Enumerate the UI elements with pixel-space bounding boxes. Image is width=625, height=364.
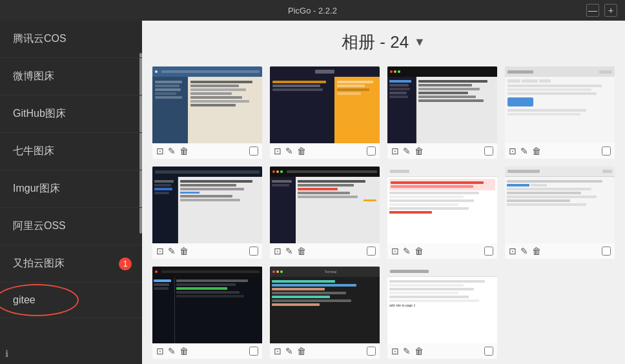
- copy-icon[interactable]: ⊡: [509, 146, 517, 156]
- image-actions: ⊡ ✎ 🗑: [387, 343, 497, 359]
- sidebar-item-tencent-cos[interactable]: 腾讯云COS: [0, 21, 142, 58]
- image-card: ⊡ ✎ 🗑: [270, 66, 380, 159]
- edit-icon[interactable]: ✎: [168, 246, 176, 256]
- image-card: ⊡ ✎ 🗑: [387, 66, 497, 159]
- copy-icon[interactable]: ⊡: [274, 146, 282, 156]
- image-actions: ⊡ ✎ 🗑: [505, 243, 615, 259]
- delete-icon[interactable]: 🗑: [532, 146, 541, 156]
- delete-icon[interactable]: 🗑: [297, 346, 306, 356]
- image-card: ⊡ ✎ 🗑: [152, 267, 262, 359]
- image-actions: ⊡ ✎ 🗑: [270, 143, 380, 159]
- select-checkbox[interactable]: [484, 247, 493, 256]
- gitee-highlight-circle: [0, 284, 79, 316]
- delete-icon[interactable]: 🗑: [297, 146, 306, 156]
- edit-icon[interactable]: ✎: [520, 246, 528, 256]
- image-actions: ⊡ ✎ 🗑: [152, 343, 262, 359]
- image-actions: ⊡ ✎ 🗑: [505, 143, 615, 159]
- select-checkbox[interactable]: [484, 347, 493, 356]
- sidebar-item-gitee[interactable]: gitee: [0, 283, 142, 318]
- image-thumbnail: [152, 267, 262, 343]
- image-thumbnail: [270, 167, 380, 243]
- image-thumbnail: [387, 66, 497, 143]
- copy-icon[interactable]: ⊡: [156, 346, 164, 356]
- image-actions: ⊡ ✎ 🗑: [152, 143, 262, 159]
- edit-icon[interactable]: ✎: [285, 146, 293, 156]
- copy-icon[interactable]: ⊡: [391, 146, 399, 156]
- image-actions: ⊡ ✎ 🗑: [152, 243, 262, 259]
- image-actions: ⊡ ✎ 🗑: [387, 143, 497, 159]
- image-card: add role to page 1 ⊡ ✎ 🗑: [387, 267, 497, 359]
- edit-icon[interactable]: ✎: [168, 146, 176, 156]
- window-controls: — +: [586, 4, 617, 17]
- delete-icon[interactable]: 🗑: [179, 146, 189, 156]
- select-checkbox[interactable]: [249, 147, 258, 156]
- delete-icon[interactable]: 🗑: [179, 346, 189, 356]
- edit-icon[interactable]: ✎: [403, 346, 411, 356]
- image-thumbnail: add role to page 1: [387, 267, 497, 343]
- delete-icon[interactable]: 🗑: [179, 246, 189, 256]
- image-thumbnail: [505, 167, 615, 243]
- minimize-button[interactable]: —: [586, 4, 599, 17]
- image-thumbnail: [270, 66, 380, 143]
- image-thumbnail: [152, 167, 262, 243]
- image-card: Terminal ⊡: [270, 267, 380, 359]
- select-checkbox[interactable]: [484, 147, 493, 156]
- image-thumbnail: Terminal: [270, 267, 380, 343]
- image-card: ⊡ ✎ 🗑: [505, 66, 615, 159]
- main-layout: 腾讯云COS 微博图床 GitHub图床 七牛图床 Imgur图床 阿里云OSS…: [0, 21, 625, 364]
- select-checkbox[interactable]: [249, 347, 258, 356]
- delete-icon[interactable]: 🗑: [415, 146, 424, 156]
- copy-icon[interactable]: ⊡: [509, 246, 517, 256]
- copy-icon[interactable]: ⊡: [156, 146, 164, 156]
- app-title: PicGo - 2.2.2: [288, 6, 337, 15]
- image-card: ⊡ ✎ 🗑: [270, 167, 380, 259]
- image-card: ⊡ ✎ 🗑: [152, 167, 262, 259]
- select-checkbox[interactable]: [602, 147, 611, 156]
- sidebar-item-imgur[interactable]: Imgur图床: [0, 170, 142, 208]
- copy-icon[interactable]: ⊡: [274, 246, 282, 256]
- delete-icon[interactable]: 🗑: [532, 246, 541, 256]
- image-actions: ⊡ ✎ 🗑: [387, 243, 497, 259]
- image-actions: ⊡ ✎ 🗑: [270, 243, 380, 259]
- album-title[interactable]: 相册 - 24 ▼: [142, 31, 625, 54]
- image-thumbnail: [152, 66, 262, 143]
- delete-icon[interactable]: 🗑: [415, 246, 424, 256]
- image-grid: ⊡ ✎ 🗑: [142, 61, 625, 364]
- delete-icon[interactable]: 🗑: [297, 246, 306, 256]
- edit-icon[interactable]: ✎: [520, 146, 528, 156]
- select-checkbox[interactable]: [249, 247, 258, 256]
- image-actions: ⊡ ✎ 🗑: [270, 343, 380, 359]
- notification-badge: 1: [119, 258, 132, 270]
- album-header: 相册 - 24 ▼: [142, 21, 625, 61]
- edit-icon[interactable]: ✎: [403, 246, 411, 256]
- image-card: ⊡ ✎ 🗑: [387, 167, 497, 259]
- maximize-button[interactable]: +: [604, 4, 617, 17]
- delete-icon[interactable]: 🗑: [415, 346, 424, 356]
- copy-icon[interactable]: ⊡: [391, 346, 399, 356]
- copy-icon[interactable]: ⊡: [391, 246, 399, 256]
- edit-icon[interactable]: ✎: [285, 346, 293, 356]
- info-icon[interactable]: ℹ: [5, 349, 8, 359]
- image-card: ⊡ ✎ 🗑: [505, 167, 615, 259]
- image-thumbnail: [387, 167, 497, 243]
- image-card: ⊡ ✎ 🗑: [152, 66, 262, 159]
- sidebar-item-weibo[interactable]: 微博图床: [0, 58, 142, 96]
- select-checkbox[interactable]: [367, 247, 376, 256]
- edit-icon[interactable]: ✎: [285, 246, 293, 256]
- album-dropdown-arrow[interactable]: ▼: [414, 35, 425, 49]
- sidebar-item-github[interactable]: GitHub图床: [0, 96, 142, 133]
- sidebar-item-aliyun-oss[interactable]: 阿里云OSS: [0, 208, 142, 245]
- edit-icon[interactable]: ✎: [403, 146, 411, 156]
- edit-icon[interactable]: ✎: [168, 346, 176, 356]
- select-checkbox[interactable]: [367, 147, 376, 156]
- select-checkbox[interactable]: [367, 347, 376, 356]
- sidebar-item-youpaiyun[interactable]: 又拍云图床 1: [0, 245, 142, 283]
- content-area: 相册 - 24 ▼: [142, 21, 625, 364]
- copy-icon[interactable]: ⊡: [274, 346, 282, 356]
- sidebar: 腾讯云COS 微博图床 GitHub图床 七牛图床 Imgur图床 阿里云OSS…: [0, 21, 142, 364]
- title-bar: PicGo - 2.2.2 — +: [0, 0, 625, 21]
- image-thumbnail: [505, 66, 615, 143]
- sidebar-item-qiniu[interactable]: 七牛图床: [0, 133, 142, 170]
- copy-icon[interactable]: ⊡: [156, 246, 164, 256]
- select-checkbox[interactable]: [602, 247, 611, 256]
